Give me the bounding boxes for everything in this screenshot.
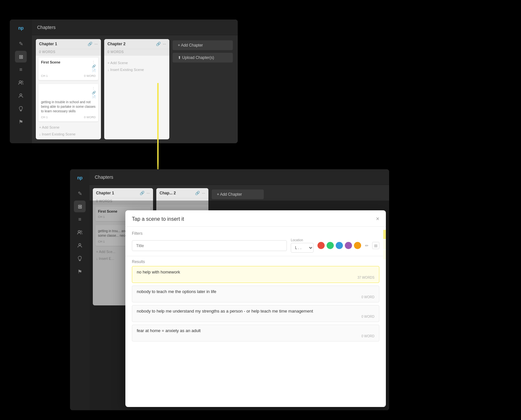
svg-point-4 xyxy=(78,231,80,232)
bottom-sidebar-person[interactable] xyxy=(74,240,86,251)
label-filter-icon[interactable]: ▤ xyxy=(372,242,379,249)
modal-results-list: no help with homework 37 WORDS nobody to… xyxy=(125,266,386,407)
top-insert-scene-btn[interactable]: ↓ Insert Existing Scene xyxy=(36,131,101,139)
color-purple[interactable] xyxy=(345,242,352,249)
top-window-title: Chapters xyxy=(37,25,56,30)
filters-row: Location L . . ✏ ▤ xyxy=(132,238,379,253)
top-scene1-chapter-label: CH 1 xyxy=(41,74,48,77)
bottom-sidebar-pen[interactable]: ✎ xyxy=(74,188,86,199)
color-blue[interactable] xyxy=(336,242,343,249)
top-header: Chapters xyxy=(32,20,238,35)
top-insert-scene-label: ↓ Insert Existing Scene xyxy=(39,132,76,136)
bottom-chapter2-header: Chap... 2 🔗 ··· xyxy=(156,188,208,198)
scene1-more-icon[interactable]: ⋮ xyxy=(92,60,96,64)
sidebar-icon-person[interactable] xyxy=(15,90,27,102)
top-right-panel: + Add Chapter ⬆ Upload Chapter(s) xyxy=(173,39,233,139)
top-scene2-icons: ⋮ 🔗 📄 xyxy=(92,87,96,99)
result-2-words: 0 WORD xyxy=(137,295,374,299)
modal-bookmarks xyxy=(383,230,386,259)
color-red[interactable] xyxy=(317,242,325,249)
add-chapter-btn[interactable]: + Add Chapter xyxy=(173,40,233,50)
modal-overlay: Tap a scene to insert it × Filters Locat… xyxy=(90,201,389,410)
result-1-words: 37 WORDS xyxy=(137,276,374,279)
bottom-chapter1-more-icon[interactable]: ··· xyxy=(147,191,150,195)
color-green[interactable] xyxy=(327,242,334,249)
chapter2-link-icon[interactable]: 🔗 xyxy=(156,42,161,46)
bottom-window: np ✎ ⊞ ≡ ⚑ Cha xyxy=(70,169,389,410)
bookmark-1 xyxy=(383,230,386,239)
sidebar-icon-flag[interactable]: ⚑ xyxy=(15,116,27,128)
top-chapter1-icons: 🔗 ··· xyxy=(88,42,98,46)
upload-chapter-btn[interactable]: ⬆ Upload Chapter(s) xyxy=(173,53,233,63)
top-chapter2-words: 0 WORDS xyxy=(104,49,169,56)
bottom-chapter2-icons: 🔗 ··· xyxy=(195,191,205,195)
top-scene1-meta: CH 1 0 WORD xyxy=(41,74,96,77)
scene2-more-icon[interactable]: ⋮ xyxy=(92,87,96,90)
result-item-2[interactable]: nobody to teach me the options later in … xyxy=(132,286,379,302)
bottom-chapter1-title: Chapter 1 xyxy=(96,191,114,195)
bottom-chapter2-more-icon[interactable]: ··· xyxy=(202,191,205,195)
filter-title-input[interactable] xyxy=(132,240,287,251)
result-item-4[interactable]: fear at home = anxiety as an adult 0 WOR… xyxy=(132,325,379,342)
result-item-3[interactable]: nobody to help me understand my strength… xyxy=(132,305,379,322)
bottom-chapter1-link-icon[interactable]: 🔗 xyxy=(140,191,145,195)
scene1-link-icon[interactable]: 🔗 xyxy=(92,64,96,68)
bottom-sidebar-users[interactable] xyxy=(74,227,86,238)
chapter2-more-icon[interactable]: ··· xyxy=(163,42,166,46)
svg-point-5 xyxy=(80,231,82,232)
top-scene2-wordcount: 0 WORD xyxy=(84,116,96,119)
bottom-sidebar-sliders[interactable]: ≡ xyxy=(74,214,86,225)
top-chapter2-header: Chapter 2 🔗 ··· xyxy=(104,39,169,49)
svg-point-0 xyxy=(19,81,21,83)
top-chapter2-column: Chapter 2 🔗 ··· 0 WORDS + Add Scene ↓ In… xyxy=(104,39,169,139)
results-label: Results xyxy=(125,256,386,266)
top-ch2-add-scene-btn[interactable]: + Add Scene xyxy=(104,59,169,67)
bottom-sidebar-flag[interactable]: ⚑ xyxy=(74,266,86,277)
top-ch2-insert-scene-btn[interactable]: ↓ Insert Existing Scene xyxy=(104,67,169,74)
pencil-filter-icon[interactable]: ✏ xyxy=(363,242,370,249)
chapter1-link-icon[interactable]: 🔗 xyxy=(88,42,92,46)
filter-location-label: Location xyxy=(291,238,314,242)
filter-location-select[interactable]: L . . xyxy=(291,243,314,253)
svg-point-2 xyxy=(20,94,22,96)
modal-title: Tap a scene to insert it xyxy=(132,216,184,222)
sidebar-icon-sliders[interactable]: ≡ xyxy=(15,64,27,76)
top-scene1-card[interactable]: First Scene ⋮ 🔗 📄 CH 1 0 WORD xyxy=(38,58,98,80)
bottom-main: Chapters Chapter 1 🔗 ··· 0 WORDS First S… xyxy=(90,169,389,410)
result-4-title: fear at home = anxiety as an adult xyxy=(137,328,374,333)
result-2-title: nobody to teach me the options later in … xyxy=(137,289,374,294)
result-item-1[interactable]: no help with homework 37 WORDS xyxy=(132,266,379,283)
modal-filters: Filters Location L . . xyxy=(125,227,386,256)
scene1-doc-icon[interactable]: 📄 xyxy=(92,69,96,72)
chapter1-more-icon[interactable]: ··· xyxy=(94,42,98,46)
sidebar-icon-grid[interactable]: ⊞ xyxy=(15,51,27,63)
top-ch2-insert-scene-label: ↓ Insert Existing Scene xyxy=(107,68,144,72)
bottom-sidebar-grid[interactable]: ⊞ xyxy=(74,201,86,212)
bottom-app-logo: np xyxy=(74,173,86,182)
bookmark-3 xyxy=(383,250,386,259)
sidebar-icon-pen[interactable]: ✎ xyxy=(15,38,27,49)
top-scene1-wordcount: 0 WORD xyxy=(84,74,96,77)
bottom-chapter2-title: Chap... 2 xyxy=(160,191,176,195)
color-filters: ✏ ▤ xyxy=(317,242,379,249)
bottom-add-chapter-btn[interactable]: + Add Chapter xyxy=(212,189,264,199)
scene2-link-icon[interactable]: 🔗 xyxy=(92,91,96,94)
top-scene1-title: First Scene xyxy=(41,60,60,64)
modal-close-btn[interactable]: × xyxy=(376,216,379,222)
top-chapter2-icons: 🔗 ··· xyxy=(156,42,166,46)
result-3-title: nobody to help me understand my strength… xyxy=(137,309,374,314)
sidebar-icon-users[interactable] xyxy=(15,77,27,89)
bottom-chapter2-link-icon[interactable]: 🔗 xyxy=(195,191,200,195)
bottom-sidebar: np ✎ ⊞ ≡ ⚑ xyxy=(70,169,90,410)
top-scene2-card[interactable]: ⋮ 🔗 📄 getting in trouble in school and n… xyxy=(38,84,98,121)
bottom-header: Chapters xyxy=(90,169,389,185)
bottom-chapters-area: Chapter 1 🔗 ··· 0 WORDS First Scene CH 1… xyxy=(90,185,389,410)
sidebar-icon-bulb[interactable] xyxy=(15,103,27,115)
bottom-sidebar-bulb[interactable] xyxy=(74,253,86,264)
top-add-scene-btn[interactable]: + Add Scene xyxy=(36,123,101,131)
color-orange[interactable] xyxy=(354,242,361,249)
top-chapters-area: Chapter 1 🔗 ··· 0 WORDS First Scene ⋮ 🔗 xyxy=(32,35,238,143)
top-chapter1-header: Chapter 1 🔗 ··· xyxy=(36,39,101,49)
scene2-doc-icon[interactable]: 📄 xyxy=(92,95,96,99)
top-main: Chapters Chapter 1 🔗 ··· 0 WORDS First S… xyxy=(32,20,238,143)
